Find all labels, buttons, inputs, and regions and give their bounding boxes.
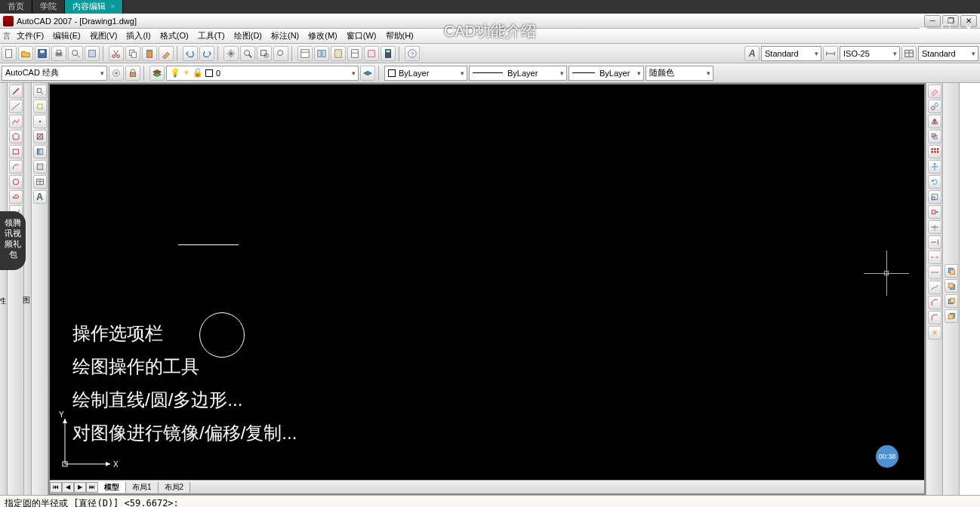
scale-tool[interactable] (928, 190, 941, 204)
mirror-tool[interactable] (928, 115, 941, 128)
overlay-minimize-icon[interactable]: ─ (917, 21, 930, 35)
stretch-tool[interactable] (928, 205, 941, 219)
lineweight-combo[interactable]: ByLayer (569, 66, 644, 81)
layout-next-button[interactable]: ▶ (74, 482, 86, 493)
rotate-tool[interactable] (928, 175, 941, 189)
menu-tools[interactable]: 工具(T) (193, 29, 230, 43)
dimstyle-combo[interactable]: ISO-25 (840, 46, 900, 61)
zoom-realtime-button[interactable] (240, 46, 255, 61)
pline-tool[interactable] (9, 115, 23, 128)
tab-layout1[interactable]: 布局1 (126, 482, 159, 493)
menu-draw[interactable]: 绘图(D) (230, 29, 267, 43)
undo-button[interactable] (183, 46, 198, 61)
rect-tool[interactable] (9, 145, 23, 158)
bring-front-tool[interactable] (945, 264, 958, 278)
trim-tool[interactable] (928, 220, 941, 234)
revcloud-tool[interactable] (9, 190, 23, 204)
table-tool[interactable] (33, 175, 47, 189)
break-tool[interactable] (928, 250, 941, 264)
polygon-tool[interactable] (9, 130, 23, 143)
tab-model[interactable]: 模型 (98, 482, 126, 493)
chamfer-tool[interactable] (928, 296, 941, 309)
layout-prev-button[interactable]: ◀ (62, 482, 74, 493)
color-combo[interactable]: ByLayer (384, 66, 467, 81)
move-tool[interactable] (928, 160, 941, 174)
sheet-button[interactable] (347, 46, 362, 61)
zoom-prev-button[interactable] (273, 46, 288, 61)
workspace-combo[interactable]: AutoCAD 经典 (2, 66, 107, 81)
menu-edit[interactable]: 编辑(E) (48, 29, 85, 43)
drawing-canvas[interactable]: X Y 操作选项栏 绘图操作的工具 绘制直线/圆/多边形... 对图像进行镜像/… (50, 84, 924, 480)
pan-button[interactable] (223, 46, 239, 61)
overlay-maximize-icon[interactable]: ☐ (939, 21, 953, 35)
tablestyle-icon[interactable] (901, 46, 917, 61)
paste-button[interactable] (142, 46, 157, 61)
menu-file[interactable]: 文件(F) (12, 29, 48, 43)
make-block-tool[interactable] (33, 100, 47, 113)
new-button[interactable] (2, 46, 17, 61)
copy-button[interactable] (125, 46, 140, 61)
layer-combo[interactable]: 💡 ☀ 🔓 0 (166, 66, 359, 81)
tablestyle-combo[interactable]: Standard (918, 46, 978, 61)
tab-layout2[interactable]: 布局2 (159, 482, 191, 493)
textstyle-combo[interactable]: Standard (761, 46, 821, 61)
layer-props-button[interactable] (149, 66, 165, 81)
tab-academy[interactable]: 学院 (32, 0, 65, 14)
command-line[interactable]: 指定圆的半径或 [直径(D)] <59.6672>: (0, 496, 980, 507)
save-button[interactable] (35, 46, 50, 61)
hatch-tool[interactable] (33, 130, 47, 143)
send-under-tool[interactable] (945, 309, 958, 323)
block-insert-tool[interactable] (33, 84, 47, 98)
array-tool[interactable] (928, 145, 941, 158)
circle-tool[interactable] (9, 175, 23, 189)
extend-tool[interactable] (928, 235, 941, 249)
print-button[interactable] (51, 46, 66, 61)
bring-above-tool[interactable] (945, 294, 958, 308)
menu-format[interactable]: 格式(O) (156, 29, 193, 43)
draw-palette-tab[interactable]: 图 (24, 83, 32, 495)
fillet-tool[interactable] (928, 311, 941, 324)
preview-button[interactable] (68, 46, 83, 61)
dcenter-button[interactable] (314, 46, 329, 61)
dimstyle-icon[interactable] (823, 46, 838, 61)
match-button[interactable] (159, 46, 174, 61)
menu-insert[interactable]: 插入(I) (122, 29, 155, 43)
explode-tool[interactable] (928, 326, 941, 340)
menu-view[interactable]: 视图(V) (85, 29, 122, 43)
tab-home[interactable]: 首页 (0, 0, 32, 14)
help-button[interactable]: ? (405, 46, 420, 61)
textstyle-icon[interactable]: A (744, 46, 760, 61)
calc-button[interactable] (381, 46, 396, 61)
arc-tool[interactable] (9, 160, 23, 174)
menu-modify[interactable]: 修改(M) (304, 29, 342, 43)
toolpal-button[interactable] (331, 46, 346, 61)
line-tool[interactable] (9, 84, 23, 98)
offset-tool[interactable] (928, 130, 941, 143)
menu-dim[interactable]: 标注(N) (267, 29, 304, 43)
cut-button[interactable] (109, 46, 124, 61)
menu-help[interactable]: 帮助(H) (381, 29, 418, 43)
xline-tool[interactable] (9, 100, 23, 113)
promo-badge[interactable]: 领腾讯视频礼包 (0, 211, 26, 270)
copy-tool[interactable] (928, 100, 941, 113)
region-tool[interactable] (33, 160, 47, 174)
send-back-tool[interactable] (945, 279, 958, 293)
redo-button[interactable] (199, 46, 214, 61)
point-tool[interactable] (33, 115, 47, 128)
publish-button[interactable] (85, 46, 100, 61)
layout-first-button[interactable]: ⏮ (50, 482, 62, 493)
zoom-window-button[interactable] (257, 46, 272, 61)
menu-window[interactable]: 窗口(W) (342, 29, 381, 43)
close-icon[interactable]: × (110, 2, 115, 11)
layout-last-button[interactable]: ⏭ (86, 482, 98, 493)
open-button[interactable] (18, 46, 33, 61)
workspace-lock-button[interactable] (125, 66, 140, 81)
linetype-combo[interactable]: ByLayer (469, 66, 567, 81)
break2-tool[interactable] (928, 266, 941, 279)
gradient-tool[interactable] (33, 145, 47, 158)
join-tool[interactable] (928, 281, 941, 294)
plotstyle-combo[interactable]: 随颜色 (646, 66, 713, 81)
mtext-tool[interactable]: A (33, 190, 47, 204)
tab-content-edit[interactable]: 内容编辑× (65, 0, 123, 14)
properties-button[interactable] (297, 46, 313, 61)
